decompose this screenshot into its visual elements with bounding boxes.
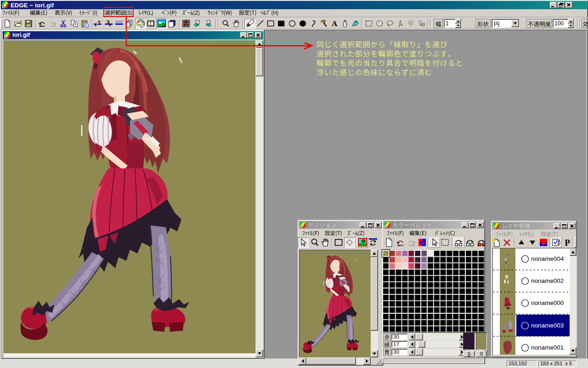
svg-text:A: A (332, 19, 338, 28)
svg-text:P: P (565, 238, 570, 247)
